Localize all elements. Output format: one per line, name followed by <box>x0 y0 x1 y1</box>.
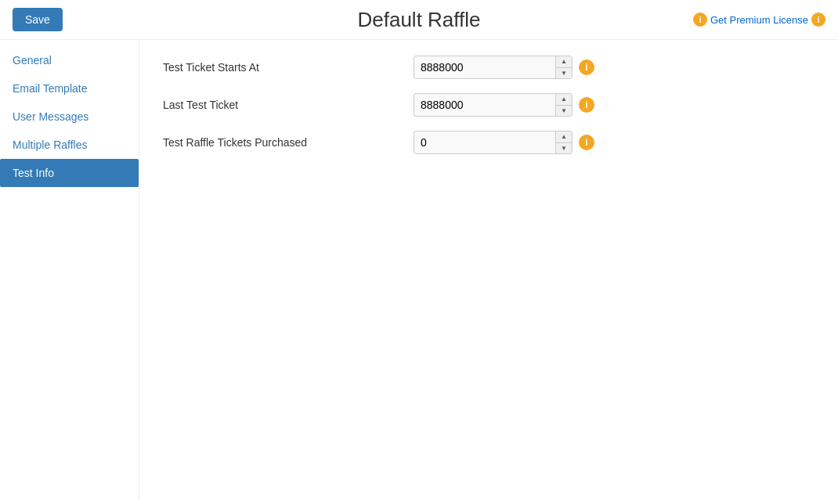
top-bar: Save Default Raffle i Get Premium Licens… <box>0 0 838 40</box>
spin-up-0[interactable]: ▲ <box>556 56 572 67</box>
field-row-1: Last Test Ticket ▲ ▼ i <box>163 93 815 117</box>
spin-down-1[interactable]: ▼ <box>556 105 572 116</box>
field-label-2: Test Raffle Tickets Purchased <box>163 136 414 149</box>
input-group-0: ▲ ▼ i <box>414 56 594 79</box>
field-row-0: Test Ticket Starts At ▲ ▼ i <box>163 56 815 79</box>
input-group-2: ▲ ▼ i <box>414 131 594 154</box>
premium-icon-right: i <box>811 13 825 27</box>
sidebar-item-test-info[interactable]: Test Info <box>0 159 139 187</box>
info-icon-0[interactable]: i <box>579 59 594 75</box>
page-title-container: Default Raffle <box>357 8 480 32</box>
top-save-button[interactable]: Save <box>13 8 63 31</box>
spin-up-2[interactable]: ▲ <box>556 131 572 142</box>
premium-label: Get Premium License <box>710 14 808 26</box>
sidebar-item-user-messages[interactable]: User Messages <box>0 103 139 131</box>
field-input-2[interactable] <box>414 131 555 153</box>
spin-down-0[interactable]: ▼ <box>556 67 572 78</box>
field-label-1: Last Test Ticket <box>163 99 414 111</box>
field-row-2: Test Raffle Tickets Purchased ▲ ▼ i <box>163 131 815 154</box>
spin-down-2[interactable]: ▼ <box>556 142 572 153</box>
sidebar: General Email Template User Messages Mul… <box>0 40 139 501</box>
field-input-0[interactable] <box>414 56 555 78</box>
page-title: Default Raffle <box>357 8 480 32</box>
main-layout: General Email Template User Messages Mul… <box>0 40 838 501</box>
sidebar-item-general[interactable]: General <box>0 46 139 74</box>
spin-up-1[interactable]: ▲ <box>556 94 572 105</box>
number-input-wrapper-1: ▲ ▼ <box>414 93 573 117</box>
bottom-save-container: Save <box>0 501 838 504</box>
sidebar-item-email-template[interactable]: Email Template <box>0 74 139 103</box>
sidebar-item-multiple-raffles[interactable]: Multiple Raffles <box>0 131 139 159</box>
info-icon-2[interactable]: i <box>579 135 594 150</box>
field-input-1[interactable] <box>414 94 555 116</box>
info-icon-1[interactable]: i <box>579 97 594 113</box>
number-input-wrapper-0: ▲ ▼ <box>414 56 573 79</box>
premium-icon-left: i <box>693 13 707 27</box>
number-input-wrapper-2: ▲ ▼ <box>414 131 573 154</box>
spin-buttons-0: ▲ ▼ <box>555 56 572 78</box>
spin-buttons-1: ▲ ▼ <box>555 94 572 116</box>
main-content: Test Ticket Starts At ▲ ▼ i Last Test Ti… <box>139 40 838 501</box>
input-group-1: ▲ ▼ i <box>414 93 594 117</box>
spin-buttons-2: ▲ ▼ <box>555 131 572 153</box>
field-label-0: Test Ticket Starts At <box>163 61 414 74</box>
premium-link[interactable]: i Get Premium License i <box>693 13 825 27</box>
